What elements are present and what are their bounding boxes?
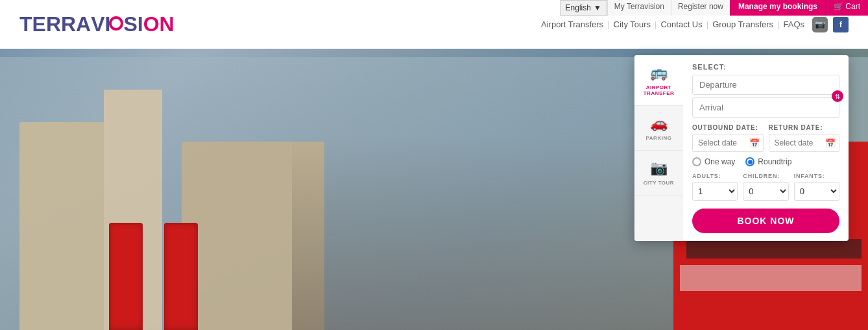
departure-wrap — [692, 75, 839, 95]
passengers-row: ADULTS: 1 2 3 4 5 CHILDREN: 0 1 2 3 — [692, 173, 839, 201]
nav-contact-us[interactable]: Contact Us — [660, 19, 702, 29]
booking-panel: 🚌 AIRPORT TRANSFER 🚗 PARKING 📷 CITY TOUR… — [634, 55, 849, 241]
roundtrip-label: Roundtrip — [758, 157, 791, 166]
register-link[interactable]: Register now — [671, 0, 730, 16]
one-way-radio[interactable] — [692, 157, 701, 166]
outbound-label: OUTBOUND DATE: — [692, 124, 764, 131]
city-tour-tab[interactable]: 📷 CITY TOUR — [634, 151, 683, 196]
swap-icon[interactable]: ⇅ — [832, 90, 843, 102]
main-nav: Airport Transfers | City Tours | Contact… — [541, 19, 804, 29]
nav-group-transfers[interactable]: Group Transfers — [712, 19, 773, 29]
return-label: RETURN DATE: — [769, 124, 840, 131]
return-date-col: RETURN DATE: 📅 — [769, 124, 840, 152]
children-col: CHILDREN: 0 1 2 3 — [743, 173, 788, 201]
adults-col: ADULTS: 1 2 3 4 5 — [692, 173, 738, 201]
airport-transfer-tab[interactable]: 🚌 AIRPORT TRANSFER — [634, 55, 683, 106]
roundtrip-radio[interactable] — [745, 157, 754, 166]
booking-form: SELECT: ⇅ OUTBOUND DATE: 📅 RETURN DATE: — [683, 55, 849, 241]
arrival-input[interactable] — [692, 97, 839, 118]
my-terravision-link[interactable]: My Terravision — [607, 0, 671, 16]
manage-bookings-link[interactable]: Manage my bookings — [730, 0, 825, 16]
outbound-calendar-icon[interactable]: 📅 — [749, 138, 760, 148]
nav-city-tours[interactable]: City Tours — [614, 19, 651, 29]
book-now-button[interactable]: BOOK NOW — [692, 209, 839, 233]
roundtrip-option[interactable]: Roundtrip — [745, 157, 791, 166]
departure-input[interactable] — [692, 75, 839, 95]
one-way-option[interactable]: One way — [692, 157, 735, 166]
language-chevron: ▼ — [594, 3, 601, 12]
cart-link[interactable]: 🛒 Cart — [825, 0, 868, 16]
return-calendar-icon[interactable]: 📅 — [825, 138, 836, 148]
arrival-wrap — [692, 97, 839, 118]
infants-col: INFANTS: 0 1 2 — [794, 173, 839, 201]
nav-faqs[interactable]: FAQs — [783, 19, 804, 29]
nav-airport-transfers[interactable]: Airport Transfers — [541, 19, 603, 29]
select-label: SELECT: — [692, 63, 839, 71]
language-selector[interactable]: English ▼ — [560, 0, 607, 16]
language-label: English — [566, 3, 591, 12]
adults-select[interactable]: 1 2 3 4 5 — [692, 182, 738, 201]
return-date-wrap: 📅 — [769, 134, 840, 152]
children-select[interactable]: 0 1 2 3 — [743, 182, 788, 201]
trip-type-row: One way Roundtrip — [692, 157, 839, 166]
adults-label: ADULTS: — [692, 173, 738, 179]
outbound-date-wrap: 📅 — [692, 134, 764, 152]
infants-label: INFANTS: — [794, 173, 839, 179]
one-way-label: One way — [705, 157, 735, 166]
facebook-icon[interactable]: f — [833, 17, 849, 32]
camera-icon: 📷 — [650, 160, 668, 177]
parking-icon: 🚗 — [650, 115, 668, 132]
parking-tab[interactable]: 🚗 PARKING — [634, 106, 683, 151]
logo: TERRAVISION — [19, 12, 175, 36]
service-tabs: 🚌 AIRPORT TRANSFER 🚗 PARKING 📷 CITY TOUR — [634, 55, 683, 241]
infants-select[interactable]: 0 1 2 — [794, 182, 839, 201]
airport-icon: 🚌 — [650, 64, 668, 81]
cart-icon: 🛒 — [834, 2, 845, 11]
outbound-date-col: OUTBOUND DATE: 📅 — [692, 124, 764, 152]
instagram-icon[interactable]: 📷 — [812, 17, 828, 32]
children-label: CHILDREN: — [743, 173, 788, 179]
